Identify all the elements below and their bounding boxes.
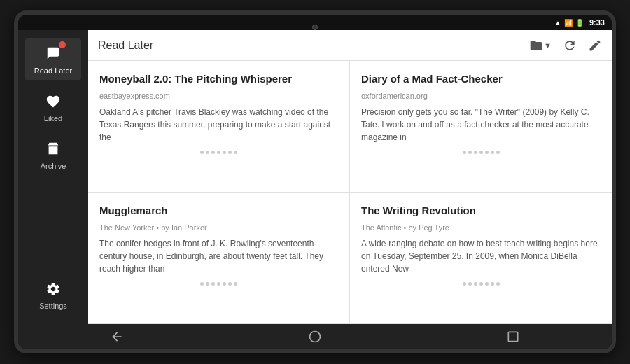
- notification-badge: [59, 41, 66, 48]
- signal-icon: 📶: [564, 19, 573, 27]
- top-bar-actions: ▼: [529, 38, 602, 52]
- back-button[interactable]: [104, 324, 130, 349]
- liked-label: Liked: [44, 114, 62, 122]
- bottom-nav: [18, 324, 612, 349]
- article-dots-2: [361, 150, 601, 154]
- article-dots-4: [361, 282, 601, 286]
- article-dots-1: [99, 150, 338, 154]
- article-dots-3: [99, 282, 338, 286]
- top-bar-title: Read Later: [98, 39, 529, 52]
- sidebar-item-read-later[interactable]: Read Later: [25, 38, 81, 80]
- article-excerpt-4: A wide-ranging debate on how to best tea…: [361, 237, 601, 275]
- article-title-3: Mugglemarch: [99, 204, 338, 218]
- sidebar-item-liked[interactable]: Liked: [25, 86, 81, 128]
- article-excerpt-1: Oakland A's pitcher Travis Blackley was …: [99, 106, 338, 144]
- camera-bump: [312, 24, 318, 30]
- top-bar: Read Later ▼: [88, 30, 612, 61]
- article-title-1: Moneyball 2.0: The Pitching Whisperer: [99, 72, 338, 86]
- article-source-3: The New Yorker • by Ian Parker: [99, 223, 338, 232]
- battery-icon: 🔋: [575, 19, 584, 27]
- folder-button[interactable]: ▼: [529, 38, 552, 52]
- content-area: Read Later ▼: [88, 30, 612, 324]
- article-source-1: eastbayexpress.com: [99, 92, 338, 100]
- svg-point-0: [309, 332, 320, 342]
- sidebar-item-settings[interactable]: Settings: [25, 274, 81, 316]
- article-title-2: Diary of a Mad Fact-Checker: [361, 72, 601, 86]
- refresh-button[interactable]: [563, 38, 577, 52]
- main-area: Read Later Liked Archive: [18, 30, 612, 324]
- edit-button[interactable]: [588, 38, 602, 52]
- sidebar: Read Later Liked Archive: [18, 30, 88, 324]
- read-later-icon: [43, 44, 63, 64]
- articles-grid: Moneyball 2.0: The Pitching Whisperer ea…: [88, 61, 612, 324]
- time-display: 9:33: [589, 18, 605, 27]
- article-card-1[interactable]: Moneyball 2.0: The Pitching Whisperer ea…: [88, 61, 350, 192]
- status-icons: ▲ 📶 🔋 9:33: [554, 18, 605, 27]
- article-title-4: The Writing Revolution: [361, 204, 601, 218]
- article-excerpt-3: The conifer hedges in front of J. K. Row…: [99, 237, 338, 275]
- recent-apps-button[interactable]: [500, 324, 526, 349]
- article-excerpt-2: Precision only gets you so far. "The Wri…: [361, 106, 601, 144]
- article-card-3[interactable]: Mugglemarch The New Yorker • by Ian Park…: [88, 192, 350, 324]
- svg-rect-1: [508, 332, 517, 341]
- liked-icon: [43, 92, 63, 111]
- article-source-4: The Atlantic • by Peg Tyre: [361, 223, 601, 232]
- tablet-frame: ▲ 📶 🔋 9:33 Read Later: [14, 10, 616, 354]
- sidebar-item-archive[interactable]: Archive: [25, 134, 81, 176]
- archive-icon: [43, 139, 63, 159]
- settings-label: Settings: [39, 302, 67, 310]
- home-button[interactable]: [302, 324, 328, 349]
- archive-label: Archive: [41, 162, 66, 170]
- article-card-2[interactable]: Diary of a Mad Fact-Checker oxfordameric…: [350, 61, 612, 192]
- wifi-icon: ▲: [554, 19, 561, 27]
- article-card-4[interactable]: The Writing Revolution The Atlantic • by…: [350, 192, 612, 324]
- settings-icon: [43, 279, 63, 299]
- read-later-label: Read Later: [34, 66, 72, 75]
- article-source-2: oxfordamerican.org: [361, 92, 601, 100]
